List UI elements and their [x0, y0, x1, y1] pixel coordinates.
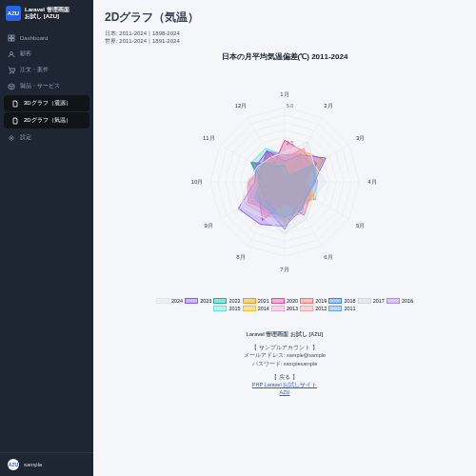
radar-chart: 2.55.01月2月3月4月5月6月7月8月9月10月11月12月 — [170, 66, 399, 294]
legend-item-2014[interactable]: 2014 — [243, 306, 269, 311]
gear-icon — [8, 134, 15, 142]
cart-icon — [8, 67, 15, 74]
avatar: AZU — [8, 459, 19, 470]
svg-text:9月: 9月 — [205, 222, 213, 228]
svg-text:12月: 12月 — [235, 103, 248, 109]
svg-rect-3 — [12, 39, 15, 42]
legend-item-2016[interactable]: 2016 — [387, 298, 413, 304]
legend: 2024202320222021202020192018201720162015… — [151, 298, 418, 311]
svg-text:3月: 3月 — [356, 134, 365, 140]
svg-point-5 — [10, 71, 10, 72]
page-title: 2Dグラフ（気温） — [105, 10, 465, 26]
legend-item-2019[interactable]: 2019 — [300, 298, 327, 304]
legend-item-2011[interactable]: 2011 — [328, 306, 355, 311]
legend-item-2015[interactable]: 2015 — [213, 306, 240, 311]
legend-item-2013[interactable]: 2013 — [271, 306, 298, 311]
legend-item-2021[interactable]: 2021 — [243, 298, 269, 304]
legend-item-2012[interactable]: 2012 — [300, 306, 327, 311]
legend-item-2023[interactable]: 2023 — [185, 298, 211, 304]
legend-item-2018[interactable]: 2018 — [328, 298, 355, 304]
svg-rect-0 — [9, 35, 11, 38]
nav-item-設定[interactable]: 設定 — [0, 129, 93, 146]
footer-link-1[interactable]: PHP Laravel お試しサイト — [252, 382, 317, 387]
footer-link-2[interactable]: AZU — [280, 389, 290, 395]
svg-text:5.0: 5.0 — [287, 103, 293, 109]
brand: AZU Laravel 管理画面お試し [AZU] — [0, 0, 93, 27]
svg-rect-2 — [9, 39, 11, 42]
svg-point-7 — [10, 137, 12, 139]
logo: AZU — [6, 6, 21, 21]
legend-item-2017[interactable]: 2017 — [358, 298, 385, 304]
nav-item-3Dグラフ（震源）[interactable]: 3Dグラフ（震源） — [4, 95, 89, 111]
user-row[interactable]: AZU sample — [0, 452, 93, 476]
sidebar: AZU Laravel 管理画面お試し [AZU] Dashboard顧客注文・… — [0, 0, 93, 476]
svg-text:7月: 7月 — [280, 266, 288, 271]
doc-icon — [11, 100, 19, 108]
svg-text:8月: 8月 — [236, 254, 245, 260]
legend-item-2022[interactable]: 2022 — [213, 298, 240, 304]
box-icon — [8, 83, 15, 90]
svg-text:2月: 2月 — [324, 103, 332, 109]
legend-item-2020[interactable]: 2020 — [271, 298, 298, 304]
svg-text:4月: 4月 — [367, 178, 376, 184]
dashboard-icon — [8, 34, 15, 42]
chart-title: 日本の月平均気温偏差(℃) 2011-2024 — [105, 51, 465, 62]
nav-item-製品・サービス[interactable]: 製品・サービス — [0, 78, 93, 94]
nav-item-Dashboard[interactable]: Dashboard — [0, 30, 93, 46]
nav: Dashboard顧客注文・案件製品・サービス3Dグラフ（震源）2Dグラフ（気温… — [0, 27, 93, 452]
svg-text:11月: 11月 — [203, 134, 215, 140]
footer-title: Laravel 管理画面 お試し [AZU] — [105, 330, 465, 338]
user-name: sample — [24, 462, 42, 467]
svg-text:10月: 10月 — [191, 178, 204, 184]
svg-point-6 — [12, 71, 13, 72]
users-icon — [8, 50, 15, 58]
svg-text:5月: 5月 — [356, 222, 365, 228]
legend-item-2024[interactable]: 2024 — [156, 298, 183, 304]
footer: Laravel 管理画面 お試し [AZU] 【 サンプルアカウント 】 メール… — [105, 330, 465, 397]
svg-text:1月: 1月 — [280, 90, 288, 96]
nav-item-注文・案件[interactable]: 注文・案件 — [0, 62, 93, 78]
nav-item-2Dグラフ（気温）[interactable]: 2Dグラフ（気温） — [4, 112, 89, 129]
doc-icon — [11, 117, 19, 125]
brand-text: Laravel 管理画面お試し [AZU] — [25, 7, 69, 20]
page-meta: 日本: 2011-2024｜1898-2024世界: 2011-2024｜189… — [105, 30, 465, 46]
svg-rect-1 — [12, 35, 15, 38]
svg-point-4 — [10, 51, 13, 54]
svg-text:6月: 6月 — [324, 254, 332, 260]
main: 2Dグラフ（気温） 日本: 2011-2024｜1898-2024世界: 201… — [93, 0, 476, 476]
nav-item-顧客[interactable]: 顧客 — [0, 46, 93, 62]
chart-area: 日本の月平均気温偏差(℃) 2011-2024 2.55.01月2月3月4月5月… — [105, 51, 465, 311]
